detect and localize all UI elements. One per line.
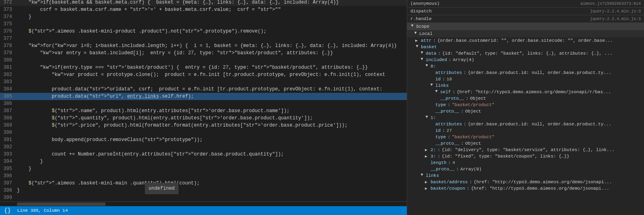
prop-name: basket (421, 45, 437, 49)
code-line-375[interactable]: 375 (0, 20, 407, 28)
call-stack-item[interactable]: dispatch jquery-2.2.4.min.js:3 (407, 8, 644, 15)
scope-item[interactable]: ▶ __proto__: Object (407, 95, 644, 102)
prop-name: attributes (435, 70, 462, 75)
code-line-374[interactable]: 374 } (0, 13, 407, 20)
code-line-393[interactable]: 393 count += Number.parseInt(entry.attri… (0, 151, 407, 158)
scope-item[interactable]: ▶ type: "basket/product" (407, 134, 644, 140)
scope-items-container: ▶ attr: {order.base.customerid: "", orde… (407, 37, 644, 192)
expand-icon: ▶ (420, 51, 425, 55)
code-line-397[interactable]: 397 $("str">".aimeos .basket-mini-main .… (0, 180, 407, 187)
code-line-384[interactable]: 384 product.data("str">"urldata", csrf; … (0, 86, 407, 93)
horizontal-scrollbar[interactable] (0, 201, 407, 206)
line-content: product.data("str">"urldata", csrf; prod… (17, 86, 407, 93)
call-stack-name: (anonymous) (410, 1, 440, 6)
scope-item[interactable]: ▶ attributes: {order.base.product.id: nu… (407, 121, 644, 127)
call-stack-item[interactable]: r.handle jquery-2.2.4.min.js:3 (407, 15, 644, 23)
expand-icon: ▶ (434, 90, 439, 94)
prop-name: basket/coupon (431, 186, 465, 191)
code-line-387[interactable]: 387 $("str">".name", product).html(entry… (0, 107, 407, 115)
code-line-396[interactable]: 396 (0, 172, 407, 180)
prop-name: type (435, 135, 446, 139)
code-line-379[interactable]: 379 "kw">var entry = basket.included[i];… (0, 49, 407, 57)
scope-item[interactable]: ▶ links (407, 172, 644, 179)
scope-item[interactable]: ▶ data: {id: "default", type: "basket", … (407, 50, 644, 57)
call-stack-name: r.handle (410, 16, 432, 21)
scope-item[interactable]: ▶ type: "basket/product" (407, 102, 644, 108)
scope-item[interactable]: ▶ links (407, 82, 644, 89)
code-line-372[interactable]: 372 "kw">if(basket.meta && basket.meta.c… (0, 0, 407, 6)
code-line-391[interactable]: 391 body.append(product.removeClass("str… (0, 136, 407, 143)
scope-item[interactable]: ▶ 1: (407, 115, 644, 121)
line-content: $("str">".aimeos .basket-mini-product .p… (17, 28, 407, 35)
status-brace-icon: {} (4, 207, 11, 214)
scope-item[interactable]: ▶ basket/address: {href: "http://typo3.d… (407, 179, 644, 185)
prop-value: Object (465, 141, 481, 146)
code-line-380[interactable]: 380 (0, 57, 407, 64)
scope-item[interactable]: ▶ basket (407, 44, 644, 50)
debug-panel: (anonymous) aimeos.js?15092963373:814 di… (407, 0, 644, 215)
code-line-399[interactable]: 399 (0, 194, 407, 201)
code-line-378[interactable]: 378 "kw">for("kw">var i=0; i<basket.incl… (0, 42, 407, 49)
line-number: 398 (0, 187, 17, 194)
local-section-header[interactable]: ▶ Local (407, 30, 644, 37)
expand-icon: ▶ (429, 84, 434, 88)
code-lines-container[interactable]: 366367 "kw">var csrf = "str">''; csrf = … (0, 0, 407, 201)
code-line-383[interactable]: 383 (0, 78, 407, 86)
expand-icon: ▶ (425, 64, 429, 68)
code-line-398[interactable]: 398} (0, 187, 407, 194)
line-number: 385 (0, 93, 17, 100)
call-stack-item[interactable]: (anonymous) aimeos.js?15092963373:814 (407, 0, 644, 8)
prop-value: {id: "default", type: "basket", links: {… (442, 51, 612, 56)
code-line-390[interactable]: 390 (0, 129, 407, 136)
horizontal-scrollbar-thumb[interactable] (17, 203, 106, 206)
scope-item[interactable]: ▶ attributes: {order.base.product.id: nu… (407, 70, 644, 76)
code-line-376[interactable]: 376 $("str">".aimeos .basket-mini-produc… (0, 28, 407, 35)
expand-icon: ▶ (420, 174, 425, 178)
scope-item[interactable]: ▶ __proto__: Array(0) (407, 166, 644, 172)
line-content: $("str">".quantity", product).html(entry… (17, 115, 407, 122)
status-line-col: Line 385, Column 14 (17, 208, 68, 213)
code-line-377[interactable]: 377 (0, 35, 407, 42)
prop-name: links (435, 83, 449, 88)
call-stack-file: jquery-2.2.4.min.js:3 (590, 17, 641, 21)
prop-name: type (435, 102, 446, 107)
scope-item[interactable]: ▶ __proto__: Object (407, 140, 644, 147)
code-line-389[interactable]: 389 $("str">".price", product).html(form… (0, 122, 407, 129)
scope-item[interactable]: ▶ self: {href: "http://typo3.demo.aimeos… (407, 89, 644, 95)
code-line-394[interactable]: 394 } (0, 158, 407, 165)
code-line-385[interactable]: 385 product.data("str">"url", entry.link… (0, 93, 407, 100)
line-number: 391 (0, 136, 17, 143)
scope-expand-icon: ▶ (410, 25, 415, 29)
scope-item[interactable]: ▶ id: 18 (407, 76, 644, 82)
line-number: 389 (0, 122, 17, 129)
scope-item[interactable]: ▶ 3:: {id: "fixed", type: "basket/coupon… (407, 153, 644, 160)
line-number: 381 (0, 64, 17, 71)
call-stack-file: jquery-2.2.4.min.js:3 (590, 9, 641, 14)
code-line-395[interactable]: 395 } (0, 165, 407, 172)
prop-value: Array(4) (453, 57, 474, 62)
code-line-381[interactable]: 381 "kw">if(entry.type === "str">'basket… (0, 64, 407, 71)
prop-name: id (435, 128, 441, 133)
line-number: 377 (0, 35, 17, 42)
expand-icon: ▶ (415, 45, 420, 49)
scope-item[interactable]: ▶ basket/coupon: {href: "http://typo3.de… (407, 185, 644, 192)
prop-value: 27 (447, 128, 452, 133)
prop-name: included (426, 57, 447, 62)
scope-section-header[interactable]: ▶ Scope (407, 23, 644, 30)
scope-item[interactable]: ▶ length: 4 (407, 160, 644, 166)
code-line-373[interactable]: 373 csrf = basket.meta.csrf.name + "str"… (0, 6, 407, 13)
line-number: 378 (0, 42, 17, 49)
code-line-392[interactable]: 392 (0, 143, 407, 151)
scope-item[interactable]: ▶ attr: {order.base.customerid: "", orde… (407, 37, 644, 44)
line-content: "kw">for("kw">var i=0; i<basket.included… (17, 42, 407, 49)
scope-item[interactable]: ▶ 0: (407, 63, 644, 70)
code-line-382[interactable]: 382 "kw">var product = prototype.clone()… (0, 71, 407, 78)
scope-item[interactable]: ▶ 2:: {id: "delivery", type: "basket/ser… (407, 147, 644, 153)
code-line-386[interactable]: 386 (0, 100, 407, 107)
prop-value: 18 (447, 77, 452, 82)
code-line-388[interactable]: 388 $("str">".quantity", product).html(e… (0, 115, 407, 122)
scope-item[interactable]: ▶ __proto__: Object (407, 108, 644, 115)
scope-item[interactable]: ▶ included: Array(4) (407, 57, 644, 63)
prop-value: Object (470, 96, 486, 101)
scope-item[interactable]: ▶ id: 27 (407, 127, 644, 134)
